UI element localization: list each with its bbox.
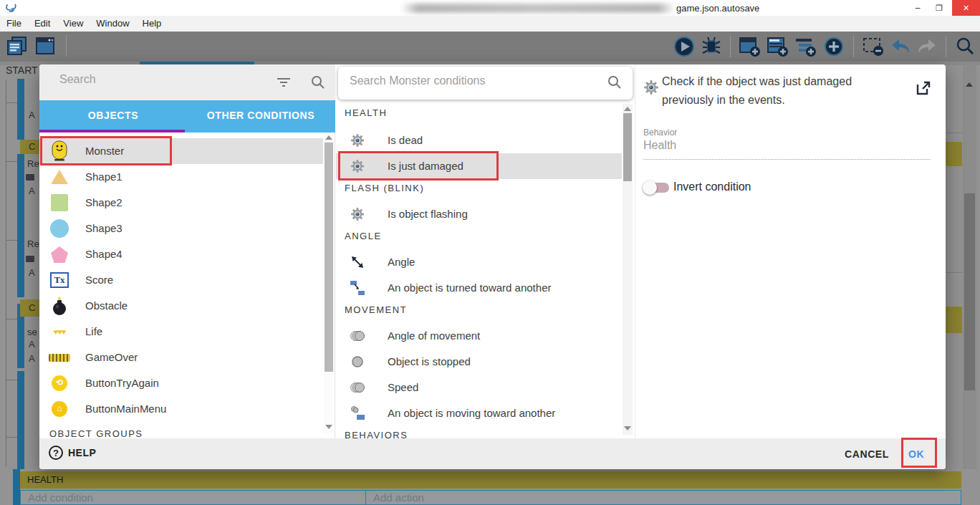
condition-list-scrollbar[interactable]	[623, 104, 633, 435]
editor-toolbar	[0, 32, 980, 62]
help-button[interactable]: ? HELP	[49, 446, 96, 460]
add-action-button[interactable]: Add action	[366, 491, 424, 504]
scroll-up-arrow[interactable]	[325, 135, 332, 140]
condition-search-input[interactable]	[350, 74, 586, 87]
event-tree-line	[6, 240, 17, 241]
object-picker-panel: OBJECTS OTHER CONDITIONS	[39, 64, 335, 438]
object-row-buttontryagain[interactable]: ⟲ ButtonTryAgain	[39, 370, 323, 396]
preview-play-button[interactable]	[673, 35, 696, 58]
tab-other-conditions[interactable]: OTHER CONDITIONS	[187, 100, 335, 133]
object-row-shape1[interactable]: Shape1	[39, 164, 323, 190]
cancel-button[interactable]: CANCEL	[842, 444, 892, 464]
debugger-bug-button[interactable]	[701, 35, 722, 58]
close-button[interactable]: ✕	[952, 0, 980, 16]
search-icon[interactable]	[310, 74, 326, 90]
event-mini-icon	[26, 256, 34, 262]
event-text-fragment: Re	[27, 158, 39, 169]
add-comment-button[interactable]	[767, 35, 789, 58]
project-manager-button[interactable]	[6, 36, 27, 56]
invert-condition-toggle[interactable]	[645, 183, 669, 193]
search-events-button[interactable]	[954, 36, 976, 57]
condition-row-turned-toward[interactable]: An object is turned toward another	[336, 275, 622, 301]
moving-toward-icon	[349, 405, 366, 422]
add-subevent-button[interactable]	[794, 35, 817, 58]
redo-button[interactable]	[916, 37, 938, 57]
object-label: Shape2	[85, 196, 123, 208]
menu-view[interactable]: View	[57, 16, 90, 32]
pentagon-shape-icon	[47, 244, 72, 265]
object-row-shape3[interactable]: Shape3	[39, 216, 323, 241]
question-mark-icon: ?	[49, 446, 63, 460]
behavior-field-label: Behavior	[643, 128, 677, 138]
menu-window[interactable]: Window	[90, 16, 135, 32]
add-other-events-button[interactable]	[822, 35, 845, 58]
object-row-shape4[interactable]: Shape4	[39, 241, 323, 267]
condition-description: Check if the object was just damaged pre…	[662, 72, 871, 110]
events-scrollbar[interactable]	[963, 65, 976, 469]
condition-row-angle[interactable]: Angle	[336, 249, 622, 275]
object-row-life[interactable]: ♥♥♥ Life	[39, 319, 323, 345]
object-row-gameover[interactable]: GameOver	[39, 345, 323, 370]
menu-help[interactable]: Help	[136, 16, 168, 32]
toolbar-divider	[730, 36, 731, 57]
text-object-icon: Tx	[47, 269, 72, 291]
event-mini-icon	[26, 174, 34, 181]
delete-event-button[interactable]	[862, 35, 885, 58]
minimize-button[interactable]: –	[907, 0, 928, 16]
toolbar-divider	[946, 36, 946, 57]
event-text-fragment: A	[29, 267, 35, 278]
event-add-row: Add condition Add action	[20, 490, 961, 505]
section-header-angle: ANGLE	[345, 231, 382, 241]
toggle-knob[interactable]	[643, 181, 657, 195]
condition-row-speed[interactable]: Speed	[336, 375, 622, 400]
tab-objects[interactable]: OBJECTS	[39, 100, 187, 133]
object-row-score[interactable]: Tx Score	[39, 267, 323, 293]
condition-search-card	[338, 67, 633, 100]
maximize-button[interactable]: ❐	[928, 0, 950, 16]
scene-tab-label[interactable]: START	[6, 64, 38, 76]
comment-row-fragment	[946, 307, 962, 333]
window-title: game.json.autosave	[676, 3, 759, 14]
behavior-field-value[interactable]: Health	[643, 139, 676, 152]
scene-editor-tab-icon[interactable]	[34, 36, 56, 56]
scroll-down-arrow[interactable]	[624, 426, 631, 431]
condition-row-is-dead[interactable]: Is dead	[336, 128, 622, 153]
scrollbar-thumb[interactable]	[325, 143, 333, 372]
comment-row-fragment	[946, 142, 962, 166]
condition-row-angle-of-movement[interactable]: Angle of movement	[336, 323, 622, 349]
condition-row-moving-toward[interactable]: An object is moving toward another	[336, 400, 622, 426]
undo-button[interactable]	[890, 37, 911, 57]
condition-row-object-is-stopped[interactable]: Object is stopped	[336, 349, 622, 375]
object-list-scrollbar[interactable]	[324, 133, 334, 433]
object-row-buttonmainmenu[interactable]: ⌂ ButtonMainMenu	[39, 396, 323, 422]
help-label: HELP	[68, 447, 96, 458]
menu-file[interactable]: File	[0, 16, 28, 32]
object-label: ButtonMainMenu	[85, 403, 166, 415]
object-search-input[interactable]	[59, 73, 267, 86]
filter-icon[interactable]	[276, 76, 292, 89]
event-text-fragment: A	[29, 110, 35, 120]
behavior-gear-icon	[349, 206, 366, 223]
scroll-down-arrow[interactable]	[325, 425, 332, 429]
annotation-box-ok	[901, 438, 937, 468]
condition-label: Angle of movement	[388, 330, 480, 342]
object-label: Score	[85, 274, 113, 286]
add-condition-button[interactable]: Add condition	[21, 491, 366, 504]
object-row-shape2[interactable]: Shape2	[39, 190, 323, 216]
add-event-button[interactable]	[739, 35, 762, 58]
condition-row-is-object-flashing[interactable]: Is object flashing	[336, 201, 622, 227]
scrollbar-thumb[interactable]	[964, 193, 975, 390]
scrollbar-thumb[interactable]	[623, 113, 632, 181]
search-icon[interactable]	[607, 74, 623, 90]
object-groups-header: OBJECT GROUPS	[49, 428, 143, 439]
gdevelop-logo-icon	[6, 2, 17, 14]
object-row-obstacle[interactable]: Obstacle	[39, 293, 323, 319]
event-tree-line	[6, 437, 17, 438]
scroll-up-arrow[interactable]	[966, 82, 973, 87]
angle-arrow-icon	[349, 254, 366, 271]
blurred-title-text	[401, 4, 675, 13]
application-window: game.json.autosave – ❐ ✕ File Edit View …	[0, 0, 980, 505]
open-in-new-icon[interactable]	[915, 80, 932, 97]
scroll-up-arrow[interactable]	[624, 107, 631, 111]
menu-edit[interactable]: Edit	[28, 16, 57, 32]
